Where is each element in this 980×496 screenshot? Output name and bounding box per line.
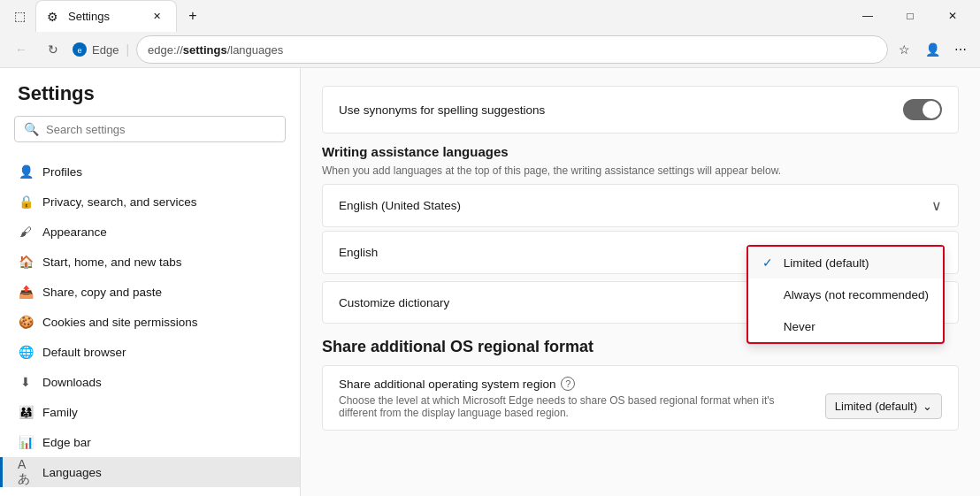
writing-section: Writing assistance languages When you ad… (322, 144, 959, 177)
sidebar-item-profiles[interactable]: 👤 Profiles (0, 156, 300, 187)
help-icon[interactable]: ? (561, 377, 575, 391)
sidebar-item-label: Share, copy and paste (42, 286, 162, 299)
tab-area: ⚙ Settings ✕ + (35, 0, 844, 32)
sidebar-item-label: Edge bar (42, 436, 91, 449)
profile-icon: 👤 (925, 42, 940, 57)
sidebar-item-label: Default browser (42, 346, 126, 359)
search-icon: 🔍 (24, 122, 39, 136)
sidebar-item-languages[interactable]: Aあ Languages (0, 457, 300, 487)
synonyms-label: Use synonyms for spelling suggestions (339, 103, 545, 117)
tab-close-button[interactable]: ✕ (148, 8, 165, 26)
dropdown-option-always[interactable]: ✓ Always (not recommended) (748, 279, 943, 310)
sidebar-item-label: Languages (42, 466, 102, 479)
downloads-icon: ⬇ (18, 374, 34, 390)
start-icon: 🏠 (18, 254, 34, 270)
default-icon: 🌐 (18, 344, 34, 360)
sidebar-item-label: Downloads (42, 376, 102, 389)
share-region-dropdown[interactable]: Limited (default) ⌄ (825, 393, 942, 419)
sidebar-item-label: Profiles (42, 165, 82, 179)
address-bar-actions: ☆ 👤 ⋯ (892, 37, 973, 62)
dropdown-option-label: Never (784, 320, 815, 333)
refresh-icon: ↻ (48, 42, 58, 57)
sidebar-item-label: Cookies and site permissions (42, 316, 198, 329)
dropdown-arrow-icon: ⌄ (923, 400, 932, 413)
edge-label: Edge (92, 43, 119, 57)
minimize-button[interactable]: — (847, 2, 888, 30)
privacy-icon: 🔒 (18, 194, 34, 210)
address-bar: ← ↻ e Edge | edge://settings/languages ☆… (0, 32, 980, 68)
appearance-icon: 🖌 (18, 224, 34, 240)
sidebar-toggle[interactable]: ⬚ (7, 4, 32, 28)
sidebar-item-label: Family (42, 406, 78, 419)
dropdown-popup: ✓ Limited (default) ✓ Always (not recomm… (746, 245, 945, 344)
favorites-button[interactable]: ☆ (892, 37, 916, 62)
new-tab-button[interactable]: + (180, 4, 205, 28)
main-area: Settings 🔍 👤 Profiles 🔒 Privacy, search,… (0, 68, 980, 496)
tab-title: Settings (68, 10, 141, 23)
address-settings: settings (183, 43, 227, 57)
english-label: English (339, 246, 378, 259)
title-bar: ⬚ ⚙ Settings ✕ + — □ ✕ (0, 0, 980, 32)
check-mark-icon: ✓ (762, 256, 777, 270)
share-icon: 📤 (18, 284, 34, 300)
dropdown-option-limited[interactable]: ✓ Limited (default) (748, 247, 943, 279)
english-us-label: English (United States) (339, 199, 461, 212)
share-region-text: Share additional operating system region… (339, 377, 815, 419)
refresh-button[interactable]: ↻ (39, 35, 67, 64)
sidebar-item-label: Privacy, search, and services (42, 195, 197, 209)
synonyms-setting: Use synonyms for spelling suggestions (322, 86, 959, 134)
sidebar-item-family[interactable]: 👨‍👩‍👧 Family (0, 397, 300, 427)
sidebar-item-label: Start, home, and new tabs (42, 256, 182, 269)
customize-dict-label: Customize dictionary (339, 296, 449, 309)
sidebar-item-appearance[interactable]: 🖌 Appearance (0, 217, 300, 247)
sidebar-item-label: Appearance (42, 225, 107, 239)
maximize-button[interactable]: □ (890, 2, 930, 30)
tab-favicon: ⚙ (47, 10, 61, 24)
english-us-row[interactable]: English (United States) ∨ (322, 184, 959, 227)
address-text: edge://settings/languages (148, 43, 877, 57)
languages-icon: Aあ (18, 464, 34, 480)
sidebar-item-default[interactable]: 🌐 Default browser (0, 337, 300, 367)
sidebar-nav: 👤 Profiles 🔒 Privacy, search, and servic… (0, 153, 300, 496)
search-box[interactable]: 🔍 (14, 116, 286, 142)
dropdown-option-label: Limited (default) (784, 256, 869, 270)
sidebar-item-start[interactable]: 🏠 Start, home, and new tabs (0, 247, 300, 277)
window-controls: — □ ✕ (847, 2, 973, 30)
back-button[interactable]: ← (7, 35, 35, 64)
dropdown-value: Limited (default) (835, 400, 917, 413)
share-region-setting: Share additional operating system region… (322, 365, 959, 431)
sidebar-item-edgebar[interactable]: 📊 Edge bar (0, 427, 300, 457)
sidebar-item-printers[interactable]: 🖨 Printers (0, 487, 300, 496)
more-icon: ⋯ (954, 42, 967, 57)
profiles-icon: 👤 (18, 164, 34, 179)
close-button[interactable]: ✕ (932, 2, 973, 30)
sidebar: Settings 🔍 👤 Profiles 🔒 Privacy, search,… (0, 68, 301, 496)
edgebar-icon: 📊 (18, 434, 34, 450)
address-separator: | (126, 42, 129, 57)
back-icon: ← (15, 42, 27, 57)
svg-text:e: e (77, 46, 81, 55)
address-suffix: /languages (227, 43, 284, 57)
sidebar-item-share[interactable]: 📤 Share, copy and paste (0, 277, 300, 307)
more-button[interactable]: ⋯ (948, 37, 973, 62)
english-us-chevron: ∨ (931, 197, 942, 214)
writing-section-title: Writing assistance languages (322, 144, 959, 159)
favorites-icon: ☆ (899, 42, 910, 57)
address-prefix: edge:// (148, 43, 183, 57)
address-bar-input[interactable]: edge://settings/languages (136, 35, 888, 64)
sidebar-item-privacy[interactable]: 🔒 Privacy, search, and services (0, 187, 300, 217)
search-input[interactable] (46, 123, 276, 136)
sidebar-item-cookies[interactable]: 🍪 Cookies and site permissions (0, 307, 300, 337)
writing-section-desc: When you add languages at the top of thi… (322, 164, 959, 177)
share-region-desc: Choose the level at which Microsoft Edge… (339, 394, 815, 419)
content-area: Use synonyms for spelling suggestions Wr… (301, 68, 980, 496)
dropdown-option-label: Always (not recommended) (784, 288, 929, 301)
profile-button[interactable]: 👤 (920, 37, 945, 62)
edge-logo: e (71, 41, 88, 58)
sidebar-item-downloads[interactable]: ⬇ Downloads (0, 367, 300, 397)
synonyms-toggle[interactable] (903, 99, 942, 120)
dropdown-option-never[interactable]: ✓ Never (748, 310, 943, 342)
sidebar-title: Settings (0, 68, 300, 116)
family-icon: 👨‍👩‍👧 (18, 404, 34, 420)
settings-tab[interactable]: ⚙ Settings ✕ (35, 0, 177, 32)
